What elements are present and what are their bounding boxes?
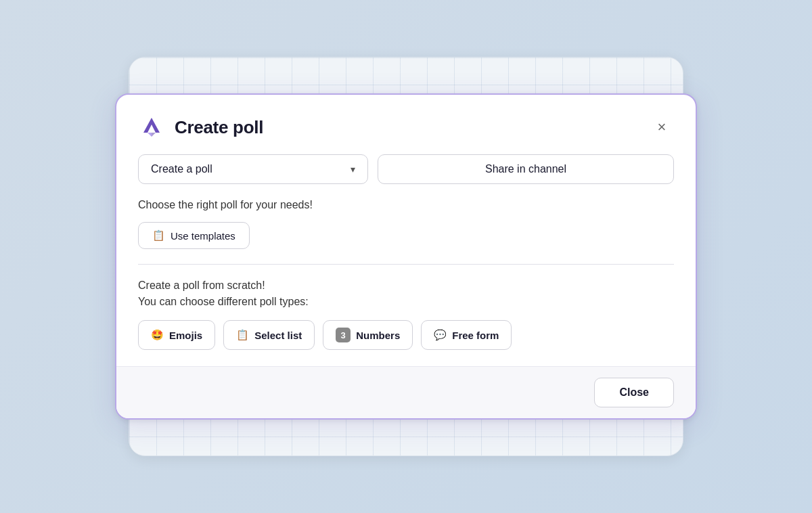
top-controls: Create a poll ▾ Share in channel xyxy=(138,154,674,184)
poll-type-dropdown[interactable]: Create a poll ▾ xyxy=(138,154,368,184)
template-label: Use templates xyxy=(171,230,235,242)
numbers-badge-icon: 3 xyxy=(336,328,351,342)
backdrop: Create poll × Create a poll ▾ Share in c… xyxy=(0,0,812,513)
dialog-body: Create a poll ▾ Share in channel Choose … xyxy=(116,154,696,366)
share-in-channel-button[interactable]: Share in channel xyxy=(378,154,674,184)
select-list-icon: 📋 xyxy=(236,329,249,341)
free-form-label: Free form xyxy=(452,330,499,341)
poll-subtitle: Choose the right poll for your needs! xyxy=(138,199,674,211)
scratch-title: Create a poll from scratch! xyxy=(138,280,674,292)
template-icon: 📋 xyxy=(152,229,165,242)
free-form-icon: 💬 xyxy=(434,329,447,341)
title-group: Create poll xyxy=(138,114,263,141)
numbers-label: Numbers xyxy=(356,330,400,341)
emojis-label: Emojis xyxy=(169,330,202,341)
dialog-footer: Close xyxy=(116,366,696,418)
dropdown-value: Create a poll xyxy=(151,163,212,175)
select-list-label: Select list xyxy=(254,330,302,341)
emojis-poll-type-button[interactable]: 🤩 Emojis xyxy=(138,320,215,350)
dialog-title: Create poll xyxy=(175,117,263,138)
emojis-icon: 🤩 xyxy=(151,329,164,341)
scratch-subtitle: You can choose different poll types: xyxy=(138,296,674,308)
numbers-poll-type-button[interactable]: 3 Numbers xyxy=(323,320,413,350)
select-list-poll-type-button[interactable]: 📋 Select list xyxy=(223,320,315,350)
dialog: Create poll × Create a poll ▾ Share in c… xyxy=(115,93,697,420)
free-form-poll-type-button[interactable]: 💬 Free form xyxy=(421,320,512,350)
close-footer-button[interactable]: Close xyxy=(594,378,674,407)
poll-types-container: 🤩 Emojis 📋 Select list 3 Numbers 💬 Free … xyxy=(138,320,674,350)
app-logo-icon xyxy=(138,114,165,141)
chevron-down-icon: ▾ xyxy=(351,164,355,175)
close-header-button[interactable]: × xyxy=(650,115,674,139)
divider xyxy=(138,264,674,265)
dialog-header: Create poll × xyxy=(116,95,696,154)
use-templates-button[interactable]: 📋 Use templates xyxy=(138,222,250,249)
